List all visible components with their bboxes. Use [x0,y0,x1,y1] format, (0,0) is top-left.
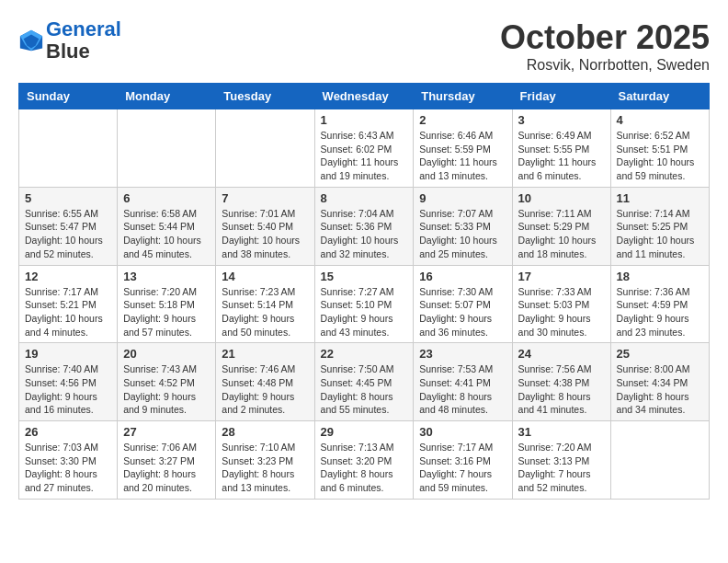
day-number: 13 [123,270,210,283]
day-info: Sunrise: 7:43 AM Sunset: 4:52 PM Dayligh… [123,362,210,417]
calendar-cell: 19Sunrise: 7:40 AM Sunset: 4:56 PM Dayli… [19,343,118,421]
calendar-cell [118,109,216,188]
day-number: 11 [617,191,703,205]
day-info: Sunrise: 7:01 AM Sunset: 5:40 PM Dayligh… [222,207,308,261]
day-number: 26 [25,425,111,439]
calendar-cell: 24Sunrise: 7:56 AM Sunset: 4:38 PM Dayli… [512,343,610,421]
day-info: Sunrise: 7:06 AM Sunset: 3:27 PM Dayligh… [123,441,210,495]
calendar-cell: 1Sunrise: 6:43 AM Sunset: 6:02 PM Daylig… [314,109,414,188]
day-info: Sunrise: 7:13 AM Sunset: 3:20 PM Dayligh… [321,441,408,495]
day-info: Sunrise: 7:10 AM Sunset: 3:23 PM Dayligh… [222,441,308,495]
day-info: Sunrise: 7:23 AM Sunset: 5:14 PM Dayligh… [222,285,308,339]
day-info: Sunrise: 7:50 AM Sunset: 4:45 PM Dayligh… [321,362,408,417]
day-number: 6 [123,191,210,205]
weekday-header-monday: Monday [118,84,216,109]
day-info: Sunrise: 7:17 AM Sunset: 5:21 PM Dayligh… [25,285,111,339]
calendar-cell [216,109,314,188]
day-number: 17 [518,270,605,283]
day-number: 22 [321,347,408,361]
day-number: 23 [419,347,506,361]
title-area: October 2025 Rosvik, Norrbotten, Sweden [500,18,710,74]
calendar-table: SundayMondayTuesdayWednesdayThursdayFrid… [18,83,710,500]
calendar-week-row: 19Sunrise: 7:40 AM Sunset: 4:56 PM Dayli… [19,343,710,421]
calendar-cell: 17Sunrise: 7:33 AM Sunset: 5:03 PM Dayli… [512,265,610,343]
calendar-cell: 21Sunrise: 7:46 AM Sunset: 4:48 PM Dayli… [216,343,314,421]
day-number: 30 [419,425,506,439]
day-number: 21 [222,347,308,361]
day-info: Sunrise: 6:52 AM Sunset: 5:51 PM Dayligh… [617,129,703,183]
day-number: 15 [321,270,408,283]
calendar-cell: 2Sunrise: 6:46 AM Sunset: 5:59 PM Daylig… [414,109,512,188]
day-info: Sunrise: 7:04 AM Sunset: 5:36 PM Dayligh… [321,207,408,261]
calendar-cell: 7Sunrise: 7:01 AM Sunset: 5:40 PM Daylig… [216,187,314,265]
day-number: 18 [617,270,703,283]
day-info: Sunrise: 7:53 AM Sunset: 4:41 PM Dayligh… [419,362,506,417]
day-info: Sunrise: 6:46 AM Sunset: 5:59 PM Dayligh… [419,129,506,183]
day-info: Sunrise: 6:58 AM Sunset: 5:44 PM Dayligh… [123,207,210,261]
day-number: 29 [321,425,408,439]
weekday-header-friday: Friday [512,84,610,109]
calendar-cell: 4Sunrise: 6:52 AM Sunset: 5:51 PM Daylig… [610,109,709,188]
calendar-week-row: 5Sunrise: 6:55 AM Sunset: 5:47 PM Daylig… [19,187,710,265]
day-info: Sunrise: 7:14 AM Sunset: 5:25 PM Dayligh… [617,207,703,261]
weekday-header-sunday: Sunday [19,84,118,109]
logo-icon [18,28,44,53]
day-info: Sunrise: 7:40 AM Sunset: 4:56 PM Dayligh… [25,362,111,417]
calendar-cell: 14Sunrise: 7:23 AM Sunset: 5:14 PM Dayli… [216,265,314,343]
calendar-cell: 31Sunrise: 7:20 AM Sunset: 3:13 PM Dayli… [512,421,610,500]
day-number: 8 [321,191,408,205]
calendar-week-row: 1Sunrise: 6:43 AM Sunset: 6:02 PM Daylig… [19,109,710,188]
day-number: 24 [518,347,605,361]
calendar-cell: 13Sunrise: 7:20 AM Sunset: 5:18 PM Dayli… [118,265,216,343]
calendar-cell [19,109,118,188]
calendar-cell: 15Sunrise: 7:27 AM Sunset: 5:10 PM Dayli… [314,265,414,343]
location-title: Rosvik, Norrbotten, Sweden [500,57,710,74]
calendar-cell: 5Sunrise: 6:55 AM Sunset: 5:47 PM Daylig… [19,187,118,265]
calendar-week-row: 12Sunrise: 7:17 AM Sunset: 5:21 PM Dayli… [19,265,710,343]
day-number: 14 [222,270,308,283]
day-number: 5 [25,191,111,205]
day-number: 2 [419,113,506,127]
calendar-cell [610,421,709,500]
calendar-cell: 25Sunrise: 8:00 AM Sunset: 4:34 PM Dayli… [610,343,709,421]
calendar-cell: 26Sunrise: 7:03 AM Sunset: 3:30 PM Dayli… [19,421,118,500]
day-number: 12 [25,270,111,283]
day-info: Sunrise: 7:33 AM Sunset: 5:03 PM Dayligh… [518,285,605,339]
calendar-cell: 3Sunrise: 6:49 AM Sunset: 5:55 PM Daylig… [512,109,610,188]
day-number: 10 [518,191,605,205]
calendar-cell: 22Sunrise: 7:50 AM Sunset: 4:45 PM Dayli… [314,343,414,421]
day-number: 25 [617,347,703,361]
day-info: Sunrise: 7:03 AM Sunset: 3:30 PM Dayligh… [25,441,111,495]
page-header: General Blue October 2025 Rosvik, Norrbo… [18,18,710,74]
day-number: 28 [222,425,308,439]
calendar-cell: 9Sunrise: 7:07 AM Sunset: 5:33 PM Daylig… [414,187,512,265]
logo: General Blue [18,18,121,63]
day-number: 20 [123,347,210,361]
day-number: 1 [321,113,408,127]
weekday-header-row: SundayMondayTuesdayWednesdayThursdayFrid… [19,84,710,109]
day-info: Sunrise: 8:00 AM Sunset: 4:34 PM Dayligh… [617,362,703,417]
month-title: October 2025 [500,18,710,57]
calendar-cell: 16Sunrise: 7:30 AM Sunset: 5:07 PM Dayli… [414,265,512,343]
calendar-cell: 30Sunrise: 7:17 AM Sunset: 3:16 PM Dayli… [414,421,512,500]
day-number: 9 [419,191,506,205]
weekday-header-thursday: Thursday [414,84,512,109]
day-info: Sunrise: 7:20 AM Sunset: 3:13 PM Dayligh… [518,441,605,495]
day-info: Sunrise: 7:27 AM Sunset: 5:10 PM Dayligh… [321,285,408,339]
day-number: 16 [419,270,506,283]
calendar-cell: 28Sunrise: 7:10 AM Sunset: 3:23 PM Dayli… [216,421,314,500]
day-number: 3 [518,113,605,127]
weekday-header-tuesday: Tuesday [216,84,314,109]
calendar-cell: 27Sunrise: 7:06 AM Sunset: 3:27 PM Dayli… [118,421,216,500]
day-info: Sunrise: 7:07 AM Sunset: 5:33 PM Dayligh… [419,207,506,261]
calendar-cell: 6Sunrise: 6:58 AM Sunset: 5:44 PM Daylig… [118,187,216,265]
calendar-cell: 20Sunrise: 7:43 AM Sunset: 4:52 PM Dayli… [118,343,216,421]
calendar-cell: 12Sunrise: 7:17 AM Sunset: 5:21 PM Dayli… [19,265,118,343]
day-number: 4 [617,113,703,127]
logo-text: General Blue [46,18,121,63]
weekday-header-wednesday: Wednesday [314,84,414,109]
day-info: Sunrise: 7:36 AM Sunset: 4:59 PM Dayligh… [617,285,703,339]
day-info: Sunrise: 7:17 AM Sunset: 3:16 PM Dayligh… [419,441,506,495]
day-info: Sunrise: 7:56 AM Sunset: 4:38 PM Dayligh… [518,362,605,417]
day-info: Sunrise: 6:49 AM Sunset: 5:55 PM Dayligh… [518,129,605,183]
